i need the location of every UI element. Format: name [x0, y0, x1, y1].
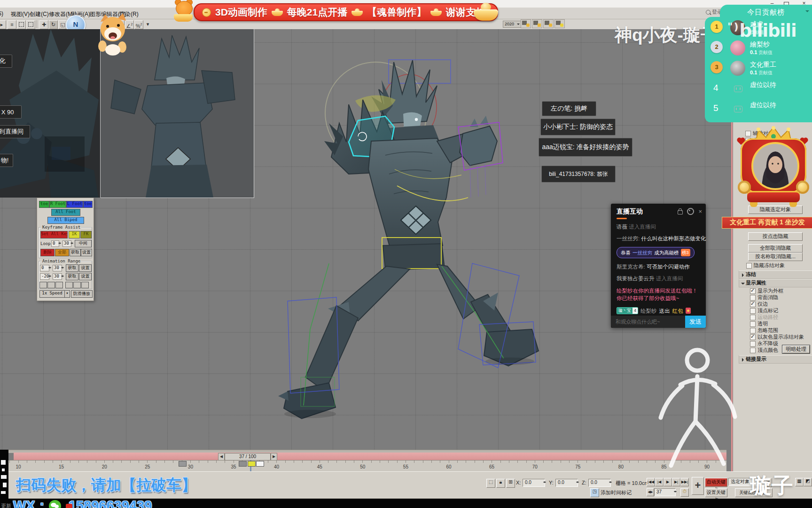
z-coordinate-field[interactable]: 0.0: [588, 479, 611, 487]
select-object-icon[interactable]: ▸: [0, 20, 6, 29]
blank-button[interactable]: [65, 282, 73, 288]
rollout-display-properties[interactable]: 显示属性: [739, 279, 812, 287]
spinner[interactable]: [48, 273, 51, 279]
speed-caret[interactable]: ▾: [64, 290, 70, 298]
rollout-freeze[interactable]: 冻结: [739, 270, 812, 279]
y-coordinate-field[interactable]: 0.0: [555, 479, 578, 487]
fk-button[interactable]: FK: [80, 231, 92, 238]
leaderboard-row[interactable]: 3文化重工0.1 贡献值: [710, 59, 808, 79]
time-slider-track[interactable]: [14, 452, 726, 460]
toe-right-button[interactable]: toe: [83, 201, 93, 208]
l-foot-button[interactable]: L Foot: [66, 201, 83, 208]
r-foot-button[interactable]: R Foot: [49, 201, 66, 208]
add-time-tag[interactable]: 添加时间标记: [601, 489, 632, 496]
unhide-by-name-button[interactable]: 按名称取消隐藏...: [748, 253, 803, 261]
hide-frozen-checkbox[interactable]: 隐藏冻结对象: [746, 262, 785, 269]
speed-dropdown[interactable]: 1x Speed: [39, 290, 65, 298]
all-button[interactable]: 全部: [55, 249, 69, 256]
get-button[interactable]: 获取: [70, 249, 81, 256]
timeline-ruler[interactable]: 1015202530354045505560657075808590: [0, 460, 726, 472]
layer-new-icon[interactable]: [532, 19, 542, 28]
spinner[interactable]: [61, 265, 64, 270]
rollout-link-display[interactable]: 链接显示: [739, 355, 812, 364]
gear-icon[interactable]: [687, 208, 694, 215]
display-prop-10[interactable]: 顶点颜色: [750, 347, 778, 354]
set-key-button[interactable]: 设置关键点: [705, 488, 727, 497]
display-prop-1[interactable]: 显示为外框: [750, 287, 783, 294]
range2-set-button[interactable]: 设置: [79, 273, 92, 280]
window-crossing-icon[interactable]: [26, 20, 35, 29]
go-to-end-button[interactable]: ▶▶|: [680, 478, 689, 486]
display-prop-9[interactable]: 永不降级: [750, 340, 778, 347]
spinner[interactable]: [576, 479, 579, 485]
lock-icon[interactable]: [678, 210, 683, 214]
current-frame-field[interactable]: 37: [654, 488, 676, 496]
workspace-dropdown[interactable]: 2020: [503, 21, 521, 28]
all-foot-button[interactable]: All Foot: [51, 209, 80, 216]
character-model-3d[interactable]: [254, 47, 554, 437]
leaderboard-row[interactable]: 4虚位以待: [710, 79, 808, 99]
range1-set-button[interactable]: 设置: [79, 264, 92, 272]
rotate-tool-icon[interactable]: ↻: [49, 20, 58, 29]
all-biped-button[interactable]: All Biped: [47, 217, 84, 224]
move-tool-icon[interactable]: ✚: [39, 20, 48, 29]
select-by-name-icon[interactable]: ≡: [8, 20, 16, 29]
layer-manager-icon[interactable]: [521, 19, 531, 28]
middle-button[interactable]: 中间: [75, 240, 92, 247]
spinner[interactable]: [61, 273, 64, 279]
shaded-button[interactable]: 明暗处理: [782, 345, 810, 354]
auto-key-button[interactable]: 自动关键点: [705, 478, 727, 487]
leaderboard-row[interactable]: 2繪梨纱0.1 贡献值: [710, 39, 808, 59]
toe-left-button[interactable]: toe: [39, 201, 49, 208]
blank-button[interactable]: [47, 282, 55, 288]
spinner[interactable]: [673, 489, 677, 494]
chevron-down-icon[interactable]: [805, 10, 809, 14]
display-prop-4[interactable]: 顶点标记: [750, 307, 778, 314]
snap-small-icon[interactable]: ◩: [804, 478, 812, 486]
hide-by-hit-button[interactable]: 按点击隐藏: [748, 232, 803, 241]
delete-button[interactable]: 删除: [40, 249, 55, 256]
layer-select-icon[interactable]: [554, 19, 565, 28]
display-prop-8[interactable]: 以灰色显示冻结对象: [750, 333, 804, 341]
spinner[interactable]: [70, 240, 73, 246]
range1-get-button[interactable]: 获取: [66, 264, 78, 272]
set-all-key-button[interactable]: Set All Key: [40, 231, 68, 238]
spinner[interactable]: [48, 265, 51, 270]
play-mode-button[interactable]: 防滑播放: [71, 290, 93, 298]
selection-lock-icon[interactable]: 🔒︎: [496, 479, 505, 488]
display-prop-5[interactable]: 运动路径: [750, 314, 778, 321]
snap-dropdown-icon[interactable]: ▾: [144, 20, 152, 28]
spinner[interactable]: [543, 479, 546, 485]
next-frame-button[interactable]: ▶|: [672, 478, 680, 486]
spinner[interactable]: [58, 240, 61, 246]
go-to-start-button[interactable]: |◀◀: [647, 478, 655, 486]
leaderboard-row[interactable]: 5虚位以待: [710, 100, 808, 119]
key-mode-icon[interactable]: ⏱︎: [680, 488, 689, 497]
rect-selection-region-icon[interactable]: [17, 20, 26, 29]
prev-frame-button[interactable]: |◀: [655, 478, 664, 486]
unhide-all-button[interactable]: 全部取消隐藏: [748, 244, 803, 253]
range2-get-button[interactable]: 获取: [66, 273, 78, 280]
keyframe-marker[interactable]: [256, 461, 264, 467]
ik-button[interactable]: IK: [69, 231, 80, 238]
frame-back-arrow[interactable]: ◀: [218, 453, 225, 460]
percent-snap-icon[interactable]: %2: [134, 20, 143, 29]
menu-create[interactable]: 创建(C): [28, 10, 50, 19]
isolate-selection-icon[interactable]: ⬚: [486, 479, 495, 488]
display-prop-6[interactable]: 透明: [750, 320, 768, 327]
layer-add-icon[interactable]: [543, 19, 554, 28]
set-button[interactable]: 设置: [81, 249, 92, 256]
grid-toggle-icon[interactable]: ▦: [795, 478, 804, 486]
add-key-plus-button[interactable]: +: [692, 477, 704, 495]
spinner[interactable]: [609, 479, 612, 485]
time-slider-handle[interactable]: 37 / 100: [225, 453, 271, 460]
frame-forward-arrow[interactable]: ▶: [271, 453, 277, 460]
keyframe-marker[interactable]: [239, 461, 247, 467]
close-icon[interactable]: ×: [698, 208, 702, 214]
play-button[interactable]: ▶: [664, 478, 672, 486]
chat-input[interactable]: 和观众聊点什么吧~: [616, 318, 660, 325]
blank-button[interactable]: [73, 282, 81, 288]
keyframe-marker[interactable]: [248, 461, 256, 467]
time-tag-icon[interactable]: ◳: [590, 488, 599, 497]
blank-button[interactable]: [81, 282, 89, 288]
